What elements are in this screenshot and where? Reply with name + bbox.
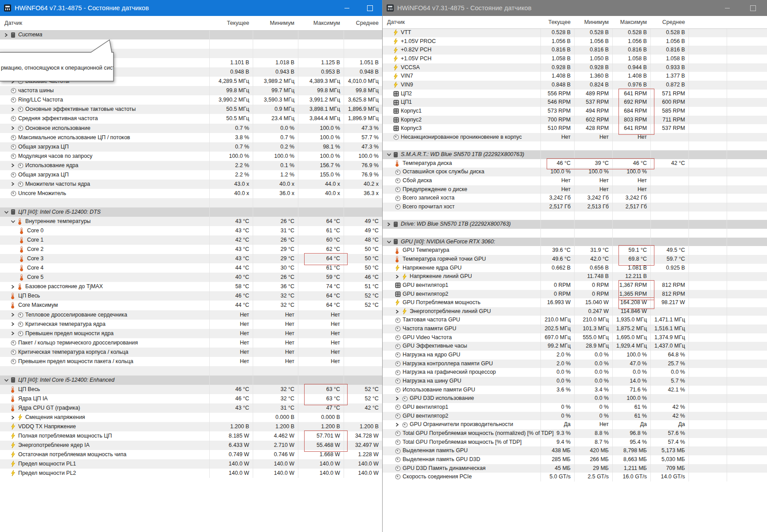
column-header-average[interactable]: Среднее: [338, 16, 379, 30]
sensor-row[interactable]: Выделенная память GPU438 МБ420 МБ8,798 М…: [383, 446, 767, 455]
column-header-average[interactable]: Среднее: [644, 16, 685, 28]
minimize-button[interactable]: [338, 0, 356, 16]
sensor-row[interactable]: Нагрузка контроллера памяти GPU2.0 %0.0 …: [383, 360, 767, 368]
sensor-row[interactable]: Критическая температура корпуса / кольца…: [0, 348, 382, 357]
sensor-row[interactable]: Превышен предел мощности ядраНетНетНет: [0, 329, 382, 338]
column-header-minimum[interactable]: Минимум: [254, 16, 294, 30]
chevron-right-icon[interactable]: [11, 310, 15, 320]
group-row[interactable]: S.M.A.R.T.: WD Blue SN570 1TB (22292X800…: [383, 150, 767, 159]
maximize-button[interactable]: [361, 0, 379, 16]
sensor-row[interactable]: Общая загрузка ЦП2.2 %1.2 %155.0 %76.9 %: [0, 170, 382, 180]
column-header-maximum[interactable]: Максимум: [299, 16, 340, 30]
sensor-row[interactable]: Температура горячей точки GPU49.6 °C42.0…: [383, 255, 767, 264]
sensor-row[interactable]: Total GPU Потребляемая мощность (normali…: [383, 429, 767, 438]
sensor-row[interactable]: Uncore Множитель40.0 x36.0 x40.0 x36.3 x: [0, 189, 382, 198]
sensor-row[interactable]: Core Максимум44 °C32 °C64 °C52 °C: [0, 301, 382, 310]
sensor-row[interactable]: Базовое расстояние до TjMAX58 °C36 °C74 …: [0, 282, 382, 291]
group-row[interactable]: ЦП [#0]: Intel Core i5-12400: DTS: [0, 207, 382, 217]
sensor-row[interactable]: ЦП Весь46 °C32 °C64 °C52 °C: [0, 291, 382, 301]
sensor-row[interactable]: Множители частоты ядра43.0 x40.0 x44.0 x…: [0, 180, 382, 189]
maximize-button[interactable]: [744, 0, 762, 16]
sensor-row[interactable]: VDDQ TX Напряжение1.200 В1.200 В1.200 В1…: [0, 422, 382, 431]
chevron-down-icon[interactable]: [4, 207, 9, 217]
sensor-row[interactable]: Общая загрузка ЦП0.7 %0.2 %98.1 %47.3 %: [0, 142, 382, 152]
sensor-row[interactable]: Смещения напряжения0.000 В0.000 В: [0, 413, 382, 422]
sensor-row[interactable]: Выделенная память GPU D3D285 МБ266 МБ8,6…: [383, 455, 767, 464]
sensor-row[interactable]: Ring/LLC Частота3,990.2 МГц3,590.3 МГц3,…: [0, 95, 382, 105]
sensor-row[interactable]: Сбой дискаНетНетНет: [383, 176, 767, 185]
sensor-row[interactable]: Основные эффективные тактовые частоты50.…: [0, 105, 382, 114]
sensor-row[interactable]: GPU вентилятор10 RPM0 RPM1,367 RPM812 RP…: [383, 281, 767, 290]
sensor-row[interactable]: Основное использование0.7 %0.0 %100.0 %4…: [0, 124, 382, 133]
sensor-row[interactable]: Средняя эффективная частота50.5 МГц23.4 …: [0, 114, 382, 123]
sensor-row[interactable]: Внутренние температуры43 °C26 °C64 °C49 …: [0, 217, 382, 226]
sensor-row[interactable]: GPU Потребляемая мощность16.993 W15.040 …: [383, 298, 767, 307]
sensor-row[interactable]: Core 142 °C26 °C60 °C48 °C: [0, 235, 382, 245]
chevron-right-icon[interactable]: [11, 105, 15, 114]
titlebar-right[interactable]: HWiNFO64 v7.31-4875 - Состояние датчиков: [383, 0, 767, 16]
sensor-row[interactable]: Нагрузка на шину GPU0.0 %0.0 %14.0 %5.7 …: [383, 377, 767, 386]
sensor-row[interactable]: Корпус3510 RPM428 RPM641 RPM537 RPM: [383, 124, 767, 133]
chevron-right-icon[interactable]: [11, 413, 15, 422]
chevron-right-icon[interactable]: [395, 420, 399, 429]
sensor-row[interactable]: GPU Ограничители производительностиДаНет…: [383, 420, 767, 429]
sensor-row[interactable]: Core 540 °C26 °C59 °C46 °C: [0, 273, 382, 282]
column-header-maximum[interactable]: Максимум: [606, 16, 647, 28]
sensor-row[interactable]: Критическая температура ядраНетНетНет: [0, 320, 382, 329]
chevron-right-icon[interactable]: [11, 320, 15, 329]
titlebar-left[interactable]: HWiNFO64 v7.31-4875 - Состояние датчиков: [0, 0, 382, 16]
chevron-right-icon[interactable]: [395, 272, 399, 281]
sensor-row[interactable]: Использование ядра2.2 %0.1 %156.7 %76.9 …: [0, 161, 382, 170]
sensor-row[interactable]: Всего прочитал хост2,517 Гб2,513 Гб2,517…: [383, 203, 767, 211]
column-header-current[interactable]: Текущее: [208, 16, 249, 30]
sensor-row[interactable]: Оставшийся срок службы диска100.0 %100.0…: [383, 168, 767, 176]
sensor-row[interactable]: GPU вентилятор10 %0 %61 %42 %: [383, 403, 767, 412]
sensor-row[interactable]: VIN90.848 В0.824 В0.976 В0.872 В: [383, 81, 767, 90]
sensor-row[interactable]: Core 243 °C29 °C62 °C50 °C: [0, 245, 382, 254]
sensor-row[interactable]: GPU D3D Память динамическая45 МБ29 МБ1,2…: [383, 464, 767, 473]
chevron-right-icon[interactable]: [11, 124, 15, 133]
group-row[interactable]: Drive: WD Blue SN570 1TB (22292X800763): [383, 220, 767, 229]
chevron-right-icon[interactable]: [11, 282, 15, 291]
sensor-row[interactable]: Максимальное использование ЦП / потоков3…: [0, 133, 382, 142]
sensor-row[interactable]: GPU вентилятор20 %0 %61 %42 %: [383, 412, 767, 421]
sensor-row[interactable]: ЦП1546 RPM537 RPM692 RPM600 RPM: [383, 98, 767, 107]
sensor-row[interactable]: Core 444 °C30 °C61 °C50 °C: [0, 263, 382, 273]
sensor-row[interactable]: +0.82V PCH0.816 В0.816 В0.816 В0.816 В: [383, 46, 767, 55]
sensor-row[interactable]: Тактовая частота GPU210.0 МГц210.0 МГц1,…: [383, 316, 767, 325]
sensor-row[interactable]: Энергопотребление ядер IA6.433 W2.710 W5…: [0, 441, 382, 450]
chevron-right-icon[interactable]: [395, 394, 399, 403]
chevron-down-icon[interactable]: [387, 150, 391, 159]
sensor-row[interactable]: Нагрузка на графический процессор0.0 %0.…: [383, 368, 767, 377]
sensor-row[interactable]: Пакет / кольцо термического дросселирова…: [0, 338, 382, 348]
column-header-sensor[interactable]: Датчик: [387, 16, 405, 28]
chevron-right-icon[interactable]: [395, 307, 399, 316]
sensor-row[interactable]: Несанкционированное проникновение в корп…: [383, 133, 767, 142]
sensor-row[interactable]: +1.05V PROC1.056 В1.056 В1.056 В1.056 В: [383, 37, 767, 46]
sensor-row[interactable]: Предупреждение о дискеНетНетНет: [383, 185, 767, 194]
sensor-row[interactable]: Энергопотребление линий GPU0.247 W114.84…: [383, 307, 767, 316]
column-header-sensor[interactable]: Датчик: [4, 16, 22, 30]
sensor-row[interactable]: Предел мощности PL2140.0 W140.0 W140.0 W…: [0, 469, 382, 478]
sensor-row[interactable]: GPU D3D использование0.0 %100.0 %: [383, 394, 767, 403]
sensor-row[interactable]: +1.05V PCH1.058 В1.050 В1.058 В1.058 В: [383, 55, 767, 63]
chevron-right-icon[interactable]: [11, 180, 15, 189]
sensor-row[interactable]: VTT0.528 В0.528 В0.528 В0.528 В: [383, 28, 767, 37]
sensor-row[interactable]: частота шины99.8 МГц99.7 МГц99.8 МГц99.8…: [0, 86, 382, 95]
sensor-row[interactable]: Корпус2700 RPM602 RPM803 RPM711 RPM: [383, 116, 767, 125]
sensor-row[interactable]: Всего записей хоста3,242 Гб3,242 Гб3,242…: [383, 194, 767, 203]
sensor-row[interactable]: Ядра ЦП IA46 °C32 °C63 °C52 °C: [0, 394, 382, 403]
sensor-row[interactable]: VIN71.408 В1.360 В1.408 В1.377 В: [383, 72, 767, 81]
sensor-row[interactable]: GPU Эффективные часы99.2 МГц28.9 МГц1,92…: [383, 342, 767, 351]
sensor-row[interactable]: Core 343 °C29 °C64 °C50 °C: [0, 254, 382, 263]
sensor-row[interactable]: Использование памяти GPU3.6 %3.4 %71.6 %…: [383, 386, 767, 395]
sensor-row[interactable]: ЦП2556 RPM489 RPM641 RPM571 RPM: [383, 90, 767, 98]
sensor-row[interactable]: Тепловое дросселирование сердечникаНетНе…: [0, 310, 382, 320]
chevron-down-icon[interactable]: [387, 238, 391, 246]
chevron-down-icon[interactable]: [11, 217, 16, 226]
sensor-row[interactable]: ЦП Весь46 °C32 °C63 °C52 °C: [0, 385, 382, 394]
sensor-row[interactable]: Модуляция часов по запросу100.0 %100.0 %…: [0, 152, 382, 161]
sensor-row[interactable]: Полная потребляемая мощность ЦП8.185 W4.…: [0, 431, 382, 441]
group-row[interactable]: GPU [#0]: NVIDIA GeForce RTX 3060:: [383, 238, 767, 246]
chevron-right-icon[interactable]: [11, 161, 15, 170]
